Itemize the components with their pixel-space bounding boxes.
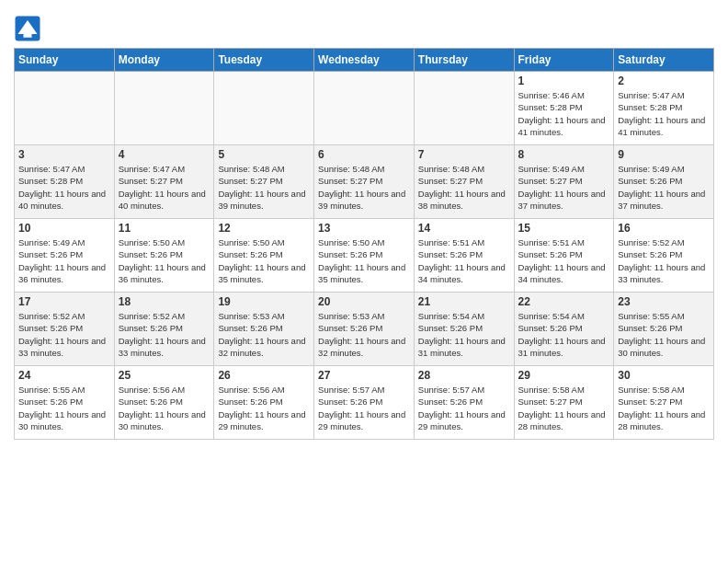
day-info: Sunrise: 5:48 AM Sunset: 5:27 PM Dayligh… [318,163,410,212]
day-number: 8 [518,148,610,161]
col-header-sunday: Sunday [15,49,115,72]
calendar-cell: 20Sunrise: 5:53 AM Sunset: 5:26 PM Dayli… [314,293,415,366]
calendar-cell: 12Sunrise: 5:50 AM Sunset: 5:26 PM Dayli… [214,219,314,293]
calendar-cell: 6Sunrise: 5:48 AM Sunset: 5:27 PM Daylig… [314,145,415,219]
day-number: 12 [218,222,310,235]
calendar-cell: 9Sunrise: 5:49 AM Sunset: 5:26 PM Daylig… [614,145,714,219]
calendar-cell [114,72,214,145]
col-header-monday: Monday [114,49,214,72]
col-header-saturday: Saturday [614,49,714,72]
calendar-cell [314,72,415,145]
day-number: 15 [518,222,610,235]
calendar-cell [15,72,115,145]
col-header-tuesday: Tuesday [214,49,314,72]
day-number: 27 [318,369,410,382]
day-info: Sunrise: 5:51 AM Sunset: 5:26 PM Dayligh… [518,236,610,285]
day-number: 16 [618,222,710,235]
day-info: Sunrise: 5:55 AM Sunset: 5:26 PM Dayligh… [18,384,110,432]
day-info: Sunrise: 5:47 AM Sunset: 5:28 PM Dayligh… [18,163,110,212]
calendar-week-row: 24Sunrise: 5:55 AM Sunset: 5:26 PM Dayli… [15,366,714,440]
calendar-cell: 15Sunrise: 5:51 AM Sunset: 5:26 PM Dayli… [514,219,614,293]
day-number: 5 [218,148,310,161]
calendar-cell: 28Sunrise: 5:57 AM Sunset: 5:26 PM Dayli… [414,366,514,440]
day-info: Sunrise: 5:56 AM Sunset: 5:26 PM Dayligh… [119,384,210,432]
day-number: 25 [119,369,210,382]
calendar-cell: 5Sunrise: 5:48 AM Sunset: 5:27 PM Daylig… [214,145,314,219]
calendar-cell: 14Sunrise: 5:51 AM Sunset: 5:26 PM Dayli… [414,219,514,293]
calendar-cell: 18Sunrise: 5:52 AM Sunset: 5:26 PM Dayli… [114,293,214,366]
day-info: Sunrise: 5:47 AM Sunset: 5:28 PM Dayligh… [618,89,710,138]
day-number: 14 [418,222,510,235]
day-number: 23 [618,295,710,308]
day-info: Sunrise: 5:56 AM Sunset: 5:26 PM Dayligh… [218,384,310,432]
day-info: Sunrise: 5:50 AM Sunset: 5:26 PM Dayligh… [119,236,210,285]
calendar-week-row: 17Sunrise: 5:52 AM Sunset: 5:26 PM Dayli… [15,293,714,366]
day-info: Sunrise: 5:47 AM Sunset: 5:27 PM Dayligh… [119,163,210,212]
day-info: Sunrise: 5:50 AM Sunset: 5:26 PM Dayligh… [218,236,310,285]
day-info: Sunrise: 5:48 AM Sunset: 5:27 PM Dayligh… [218,163,310,212]
day-number: 17 [18,295,110,308]
page-header [14,9,714,42]
day-info: Sunrise: 5:52 AM Sunset: 5:26 PM Dayligh… [18,310,110,359]
day-number: 21 [418,295,510,308]
day-info: Sunrise: 5:51 AM Sunset: 5:26 PM Dayligh… [418,236,510,285]
calendar-cell: 19Sunrise: 5:53 AM Sunset: 5:26 PM Dayli… [214,293,314,366]
col-header-wednesday: Wednesday [314,49,415,72]
calendar-cell: 17Sunrise: 5:52 AM Sunset: 5:26 PM Dayli… [15,293,115,366]
calendar-cell: 24Sunrise: 5:55 AM Sunset: 5:26 PM Dayli… [15,366,115,440]
day-info: Sunrise: 5:58 AM Sunset: 5:27 PM Dayligh… [618,384,710,432]
day-info: Sunrise: 5:57 AM Sunset: 5:26 PM Dayligh… [318,384,410,432]
calendar-cell: 25Sunrise: 5:56 AM Sunset: 5:26 PM Dayli… [114,366,214,440]
calendar-cell: 21Sunrise: 5:54 AM Sunset: 5:26 PM Dayli… [414,293,514,366]
col-header-thursday: Thursday [414,49,514,72]
day-number: 2 [618,75,710,87]
day-number: 30 [618,369,710,382]
day-number: 13 [318,222,410,235]
day-info: Sunrise: 5:54 AM Sunset: 5:26 PM Dayligh… [418,310,510,359]
day-info: Sunrise: 5:52 AM Sunset: 5:26 PM Dayligh… [618,236,710,285]
calendar-cell [414,72,514,145]
day-info: Sunrise: 5:52 AM Sunset: 5:26 PM Dayligh… [119,310,210,359]
calendar-cell: 29Sunrise: 5:58 AM Sunset: 5:27 PM Dayli… [514,366,614,440]
col-header-friday: Friday [514,49,614,72]
calendar-week-row: 10Sunrise: 5:49 AM Sunset: 5:26 PM Dayli… [15,219,714,293]
calendar-week-row: 1Sunrise: 5:46 AM Sunset: 5:28 PM Daylig… [15,72,714,145]
day-number: 19 [218,295,310,308]
day-number: 24 [18,369,110,382]
calendar-cell: 2Sunrise: 5:47 AM Sunset: 5:28 PM Daylig… [614,72,714,145]
day-info: Sunrise: 5:53 AM Sunset: 5:26 PM Dayligh… [218,310,310,359]
calendar-cell: 10Sunrise: 5:49 AM Sunset: 5:26 PM Dayli… [15,219,115,293]
day-info: Sunrise: 5:48 AM Sunset: 5:27 PM Dayligh… [418,163,510,212]
calendar-cell: 22Sunrise: 5:54 AM Sunset: 5:26 PM Dayli… [514,293,614,366]
calendar-cell [214,72,314,145]
day-info: Sunrise: 5:57 AM Sunset: 5:26 PM Dayligh… [418,384,510,432]
day-info: Sunrise: 5:58 AM Sunset: 5:27 PM Dayligh… [518,384,610,432]
day-number: 20 [318,295,410,308]
calendar-cell: 27Sunrise: 5:57 AM Sunset: 5:26 PM Dayli… [314,366,415,440]
day-number: 18 [119,295,210,308]
day-number: 11 [119,222,210,235]
day-info: Sunrise: 5:53 AM Sunset: 5:26 PM Dayligh… [318,310,410,359]
calendar-cell: 13Sunrise: 5:50 AM Sunset: 5:26 PM Dayli… [314,219,415,293]
day-number: 28 [418,369,510,382]
day-number: 29 [518,369,610,382]
day-number: 10 [18,222,110,235]
day-number: 9 [618,148,710,161]
day-info: Sunrise: 5:55 AM Sunset: 5:26 PM Dayligh… [618,310,710,359]
calendar-cell: 16Sunrise: 5:52 AM Sunset: 5:26 PM Dayli… [614,219,714,293]
calendar-cell: 7Sunrise: 5:48 AM Sunset: 5:27 PM Daylig… [414,145,514,219]
calendar-cell: 23Sunrise: 5:55 AM Sunset: 5:26 PM Dayli… [614,293,714,366]
day-number: 26 [218,369,310,382]
day-info: Sunrise: 5:49 AM Sunset: 5:27 PM Dayligh… [518,163,610,212]
logo [14,15,45,42]
day-number: 4 [119,148,210,161]
day-info: Sunrise: 5:46 AM Sunset: 5:28 PM Dayligh… [518,89,610,138]
calendar-cell: 4Sunrise: 5:47 AM Sunset: 5:27 PM Daylig… [114,145,214,219]
logo-icon [14,15,41,42]
svg-rect-2 [24,34,32,38]
calendar-cell: 26Sunrise: 5:56 AM Sunset: 5:26 PM Dayli… [214,366,314,440]
day-number: 22 [518,295,610,308]
calendar-cell: 11Sunrise: 5:50 AM Sunset: 5:26 PM Dayli… [114,219,214,293]
calendar-week-row: 3Sunrise: 5:47 AM Sunset: 5:28 PM Daylig… [15,145,714,219]
calendar-cell: 30Sunrise: 5:58 AM Sunset: 5:27 PM Dayli… [614,366,714,440]
